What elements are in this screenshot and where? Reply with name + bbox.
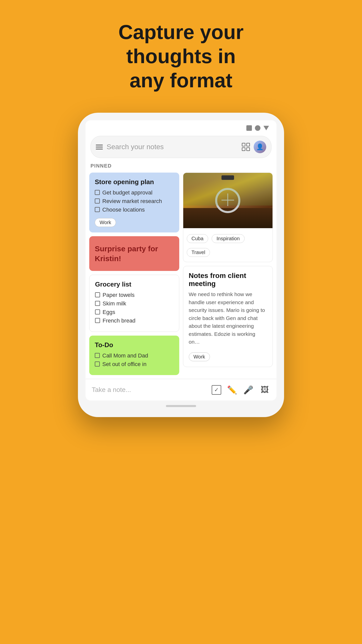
- todo-item-1: Call Mom and Dad: [95, 352, 174, 359]
- phone-screen: Search your notes 👤 PINNED St: [85, 120, 277, 400]
- checkbox-grocery-2[interactable]: [95, 301, 100, 306]
- take-note-placeholder[interactable]: Take a note...: [92, 386, 207, 394]
- note-store-plan[interactable]: Store opening plan Get budget approval R…: [89, 173, 179, 232]
- grocery-item-1: Paper towels: [95, 292, 173, 298]
- mic-icon[interactable]: 🎤: [243, 384, 254, 395]
- checkbox-2[interactable]: [95, 198, 100, 204]
- bottom-toolbar: Take a note... ✏️ 🎤 🖼: [85, 379, 277, 400]
- photo-tags-row: Cuba Inspiration: [187, 231, 269, 243]
- status-icon-circle: [255, 125, 260, 131]
- pinned-section-label: PINNED: [85, 163, 277, 173]
- note-grocery-list[interactable]: Grocery list Paper towels Skim milk Eggs: [89, 275, 179, 332]
- phone-frame: Search your notes 👤 PINNED St: [78, 113, 284, 417]
- photo-note-tags: Cuba Inspiration Travel: [183, 228, 273, 258]
- note-client-title: Notes from client meeting: [189, 272, 267, 288]
- checkbox-3[interactable]: [95, 207, 100, 212]
- search-bar[interactable]: Search your notes 👤: [90, 136, 272, 158]
- tag-cuba[interactable]: Cuba: [187, 234, 208, 243]
- note-surprise-party[interactable]: Surprise party for Kristin!: [89, 236, 179, 271]
- checkbox-grocery-3[interactable]: [95, 309, 100, 314]
- note-client-tag[interactable]: Work: [189, 352, 210, 361]
- pencil-icon[interactable]: ✏️: [226, 384, 238, 395]
- grocery-item-2: Skim milk: [95, 300, 173, 307]
- todo-item-2: Set out of office in: [95, 361, 174, 368]
- status-icon-triangle: [263, 126, 269, 130]
- checkbox-tool-icon[interactable]: [212, 385, 221, 395]
- checkbox-1[interactable]: [95, 190, 100, 195]
- checkbox-todo-2[interactable]: [95, 361, 100, 367]
- checkbox-grocery-4[interactable]: [95, 318, 100, 323]
- note-client-body: We need to rethink how we handle user ex…: [189, 290, 267, 346]
- note-store-plan-tag[interactable]: Work: [95, 218, 116, 227]
- layout-toggle-icon[interactable]: [242, 143, 250, 151]
- status-icon-square: [246, 125, 252, 131]
- notes-col-right: Cuba Inspiration Travel Notes from clien…: [183, 173, 273, 375]
- search-placeholder-text[interactable]: Search your notes: [107, 143, 238, 151]
- page-title: Capture your thoughts in any format: [80, 20, 282, 93]
- avatar[interactable]: 👤: [254, 141, 266, 153]
- tag-travel[interactable]: Travel: [187, 248, 210, 257]
- checkbox-item-2: Review market research: [95, 198, 174, 205]
- tag-inspiration[interactable]: Inspiration: [212, 234, 244, 243]
- grocery-item-4: French bread: [95, 317, 173, 324]
- note-client-meeting[interactable]: Notes from client meeting We need to ret…: [183, 266, 273, 367]
- checkbox-item-1: Get budget approval: [95, 189, 174, 196]
- note-todo[interactable]: To-Do Call Mom and Dad Set out of office…: [89, 336, 179, 375]
- note-photo[interactable]: Cuba Inspiration Travel: [183, 173, 273, 262]
- image-icon[interactable]: 🖼: [259, 384, 270, 395]
- status-bar: [85, 120, 277, 133]
- note-store-plan-title: Store opening plan: [95, 178, 174, 186]
- notes-grid: Store opening plan Get budget approval R…: [85, 173, 277, 379]
- note-grocery-title: Grocery list: [95, 280, 173, 288]
- note-todo-title: To-Do: [95, 341, 174, 349]
- note-surprise-title: Surprise party for Kristin!: [95, 244, 174, 263]
- menu-icon[interactable]: [96, 145, 103, 149]
- home-indicator: [166, 405, 196, 407]
- notes-col-left: Store opening plan Get budget approval R…: [89, 173, 179, 375]
- checkbox-grocery-1[interactable]: [95, 292, 100, 297]
- checkbox-item-3: Choose locations: [95, 207, 174, 213]
- checkbox-todo-1[interactable]: [95, 353, 100, 358]
- grocery-item-3: Eggs: [95, 309, 173, 315]
